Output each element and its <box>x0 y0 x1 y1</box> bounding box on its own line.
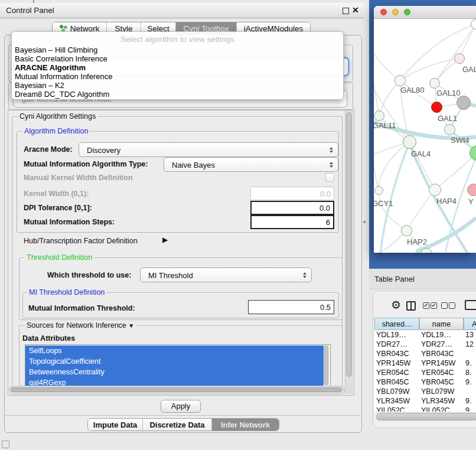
table-row[interactable]: YPR145WYPR145W9. <box>374 358 476 368</box>
table-cell: YBL079W <box>421 387 454 396</box>
list-scrollbar[interactable] <box>324 345 330 387</box>
close-panel-icon[interactable]: ✕ <box>352 5 359 15</box>
node-hap2[interactable] <box>401 225 412 236</box>
minimize-window-icon[interactable] <box>392 9 399 15</box>
mi-steps-field[interactable]: 6 <box>250 215 334 229</box>
node-pink-right-label: Y <box>468 197 474 206</box>
sources-group-title: Sources for Network Inference ▼ <box>25 321 136 330</box>
node-gal80[interactable] <box>395 75 406 86</box>
close-window-icon[interactable] <box>380 9 387 15</box>
node-swi4-label: SWI4 <box>451 136 470 145</box>
network-window-titlebar <box>374 6 476 19</box>
tab-infer-network[interactable]: Infer Network <box>211 419 279 431</box>
screenshot-root: Control Panel ✕ NetworkStyleSelectCyni T… <box>0 0 476 450</box>
attribute-item[interactable]: SelfLoops <box>25 345 324 356</box>
table-row[interactable]: YER054CYER054C8. <box>374 368 476 377</box>
data-attributes-list[interactable]: SelfLoopsTopologicalCoefficientBetweenne… <box>25 344 331 387</box>
aracne-mode-label: Aracne Mode: <box>24 145 73 154</box>
sources-title-text: Sources for Network Inference <box>27 321 126 330</box>
checkbox-unchecked-icon[interactable] <box>449 302 455 309</box>
table-row[interactable]: YBR043CYBR043C <box>374 349 476 358</box>
node-gal10[interactable] <box>429 78 440 89</box>
node-hap2-label: HAP2 <box>407 237 427 246</box>
table-row[interactable]: YLR345WYLR345W9. <box>374 396 476 406</box>
node-gal4[interactable] <box>403 135 416 149</box>
control-panel-title: Control Panel <box>6 6 54 15</box>
menu-item[interactable]: Dream8 DC_TDC Algorithm <box>15 90 109 99</box>
menu-item[interactable]: Bayesian – K2 <box>15 81 64 90</box>
node-pink-right[interactable] <box>467 184 476 196</box>
table-row[interactable]: YDL19…YDL19…13 <box>374 330 476 340</box>
splitter-collapse-icon[interactable]: ◂ <box>363 219 366 224</box>
checkbox-checked-icon[interactable]: ✓ <box>431 302 437 309</box>
hub-definition-label[interactable]: Hub/Transcription Factor Definition <box>24 237 138 245</box>
tab-impute-data[interactable]: Impute Data <box>88 419 142 431</box>
combo-arrows-icon <box>330 162 333 168</box>
threshold-definition-title: Threshold Definition <box>25 253 94 262</box>
columns-icon[interactable] <box>406 301 416 311</box>
node-gal-partial[interactable] <box>454 53 465 64</box>
table-cell: YBL079W <box>376 387 409 396</box>
expand-arrow-icon[interactable]: ▶ <box>162 236 168 244</box>
column-header-shared…[interactable]: shared… <box>374 318 419 330</box>
menu-item[interactable]: Basic Correlation Inference <box>15 54 107 63</box>
menu-item[interactable]: Mutual Information Inference <box>15 72 112 81</box>
network-window: GALGAL80GAL10GAL1GAL11SWI4GAL4GCY1HAP4YH… <box>374 6 476 253</box>
table-row[interactable]: YDR27…YDR27…12 <box>374 340 476 349</box>
node-gcy1-label: GCY1 <box>374 199 393 208</box>
tab-discretize-data[interactable]: Discretize Data <box>142 419 211 431</box>
table-cell: YDL19… <box>376 330 406 340</box>
kernel-width-field[interactable]: 0.0 <box>250 187 334 200</box>
mi-threshold-label: Mutual Information Threshold: <box>28 304 135 312</box>
node-gal-partial-label: GAL <box>462 65 476 74</box>
table-cell: YDR27… <box>376 340 407 349</box>
node-gal11[interactable] <box>374 110 384 121</box>
which-threshold-combo[interactable]: MI Threshold <box>140 268 312 282</box>
table-row[interactable]: YBR045CYBR045C9. <box>374 377 476 387</box>
network-canvas[interactable]: GALGAL80GAL10GAL1GAL11SWI4GAL4GCY1HAP4YH… <box>374 19 476 253</box>
table-body: YDL19…YDL19…13YDR27…YDR27…12YBR043CYBR04… <box>374 330 476 412</box>
menu-item[interactable]: Bayesian – Hill Climbing <box>15 45 97 54</box>
table-cell: YLR345W <box>376 396 410 406</box>
column-header-A[interactable]: A <box>464 318 476 330</box>
table-cell: 12 <box>465 340 474 349</box>
node-gcy1[interactable] <box>374 186 383 195</box>
node-gal1[interactable] <box>431 102 442 113</box>
dpi-tolerance-field[interactable]: 0.0 <box>250 201 334 215</box>
float-panel-icon[interactable] <box>343 8 349 14</box>
collapse-arrow-icon[interactable]: ▼ <box>128 322 134 329</box>
node-gal11-label: GAL11 <box>374 121 396 130</box>
table-cell: YBR043C <box>421 349 454 358</box>
aracne-mode-combo[interactable]: Discovery <box>79 142 338 157</box>
attribute-item[interactable]: TopologicalCoefficient <box>25 356 324 367</box>
window-grip-icon[interactable] <box>2 441 9 448</box>
node-hap4[interactable] <box>429 184 441 196</box>
vertical-scrollbar[interactable] <box>345 110 353 394</box>
table-row[interactable]: YBL079WYBL079W <box>374 387 476 396</box>
node-gal80-label: GAL80 <box>400 86 424 94</box>
table-scrollbar[interactable] <box>376 413 476 420</box>
apply-button[interactable]: Apply <box>161 400 201 413</box>
node-swi4[interactable] <box>444 124 455 135</box>
manual-kernel-checkbox[interactable] <box>325 173 334 182</box>
column-header-name[interactable]: name <box>419 318 464 330</box>
mi-type-combo[interactable]: Naive Bayes <box>164 157 338 172</box>
table-cell: YDL19… <box>421 330 451 340</box>
checkbox-checked-icon[interactable]: ✓ <box>423 302 429 309</box>
mi-threshold-value: 0.5 <box>320 303 331 312</box>
partial-icon[interactable] <box>465 300 476 310</box>
kernel-width-value: 0.0 <box>320 189 331 198</box>
algorithm-dropdown-menu: Select algorithm to view settings Bayesi… <box>11 31 344 100</box>
zoom-window-icon[interactable] <box>404 9 410 15</box>
checkbox-unchecked-icon[interactable] <box>441 302 448 309</box>
mi-threshold-field[interactable]: 0.5 <box>248 300 334 314</box>
node-gray[interactable] <box>457 96 471 110</box>
horizontal-scrollbar[interactable] <box>9 386 345 394</box>
menu-item[interactable]: ARACNE Algorithm <box>15 63 86 72</box>
table-cell: 13 <box>465 330 474 340</box>
table-cell: 9. <box>465 358 471 368</box>
gear-icon[interactable]: ⚙ <box>391 298 401 312</box>
table-cell: YPR145W <box>376 358 410 368</box>
table-row[interactable]: YIL052CYIL052C9. <box>374 406 476 412</box>
attribute-item[interactable]: BetweennessCentrality <box>25 367 324 377</box>
